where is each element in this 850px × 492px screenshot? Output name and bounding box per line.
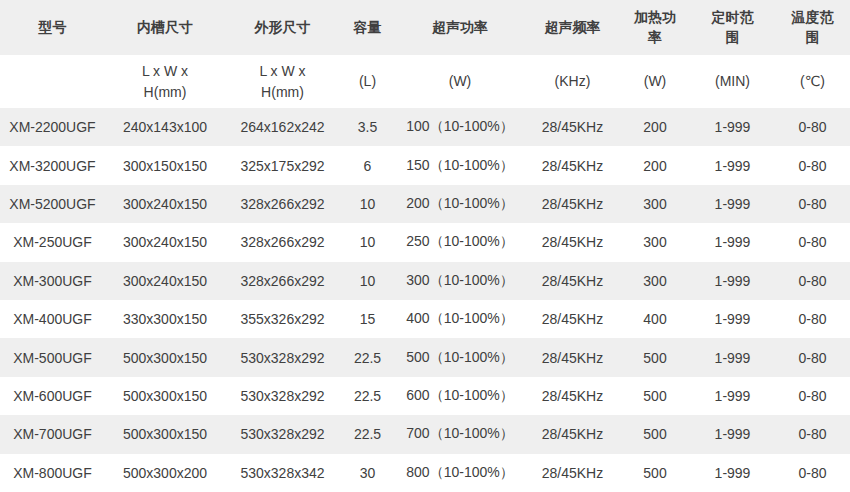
spec-table-body: XM-2200UGF240x143x100264x162x2423.5100（1… xyxy=(0,108,850,492)
cell-ultrasonic-frequency: 28/45KHz xyxy=(525,415,620,453)
cell-ultrasonic-power: 500（10-100%） xyxy=(395,338,525,376)
cell-timer-range: 1-999 xyxy=(690,223,775,261)
cell-ultrasonic-power: 700（10-100%） xyxy=(395,415,525,453)
unit-inner-tank-size: L x W x H(mm) xyxy=(105,55,225,108)
cell-heating-power: 400 xyxy=(620,300,690,338)
spec-table-header: 型号 内槽尺寸 外形尺寸 容量 超声功率 超声频率 加热功 率 定时范 围 温度… xyxy=(0,0,850,108)
table-row: XM-400UGF330x300x150355x326x29215400（10-… xyxy=(0,300,850,338)
cell-ultrasonic-power: 250（10-100%） xyxy=(395,223,525,261)
cell-temperature-range: 0-80 xyxy=(775,223,850,261)
cell-heating-power: 200 xyxy=(620,108,690,146)
cell-model: XM-3200UGF xyxy=(0,146,105,184)
header-inner-tank-size: 内槽尺寸 xyxy=(105,0,225,55)
spec-table: 型号 内槽尺寸 外形尺寸 容量 超声功率 超声频率 加热功 率 定时范 围 温度… xyxy=(0,0,850,492)
header-capacity: 容量 xyxy=(340,0,395,55)
cell-capacity: 22.5 xyxy=(340,377,395,415)
cell-temperature-range: 0-80 xyxy=(775,415,850,453)
cell-temperature-range: 0-80 xyxy=(775,185,850,223)
cell-ultrasonic-power: 300（10-100%） xyxy=(395,262,525,300)
header-heating-power: 加热功 率 xyxy=(620,0,690,55)
unit-ultrasonic-frequency: (KHz) xyxy=(525,55,620,108)
cell-outer-size: 530x328x292 xyxy=(225,415,340,453)
table-row: XM-600UGF500x300x150530x328x29222.5600（1… xyxy=(0,377,850,415)
cell-outer-size: 530x328x292 xyxy=(225,377,340,415)
cell-heating-power: 300 xyxy=(620,223,690,261)
cell-ultrasonic-power: 100（10-100%） xyxy=(395,108,525,146)
cell-ultrasonic-frequency: 28/45KHz xyxy=(525,146,620,184)
cell-timer-range: 1-999 xyxy=(690,415,775,453)
cell-ultrasonic-frequency: 28/45KHz xyxy=(525,108,620,146)
cell-ultrasonic-power: 800（10-100%） xyxy=(395,454,525,492)
cell-heating-power: 500 xyxy=(620,415,690,453)
header-ultrasonic-frequency: 超声频率 xyxy=(525,0,620,55)
cell-capacity: 30 xyxy=(340,454,395,492)
cell-inner-tank-size: 300x240x150 xyxy=(105,223,225,261)
cell-temperature-range: 0-80 xyxy=(775,377,850,415)
header-outer-size: 外形尺寸 xyxy=(225,0,340,55)
cell-inner-tank-size: 500x300x200 xyxy=(105,454,225,492)
cell-model: XM-250UGF xyxy=(0,223,105,261)
cell-temperature-range: 0-80 xyxy=(775,146,850,184)
cell-heating-power: 200 xyxy=(620,146,690,184)
cell-capacity: 3.5 xyxy=(340,108,395,146)
cell-capacity: 22.5 xyxy=(340,338,395,376)
unit-ultrasonic-power: (W) xyxy=(395,55,525,108)
cell-outer-size: 530x328x292 xyxy=(225,338,340,376)
table-row: XM-3200UGF300x150x150325x175x2926150（10-… xyxy=(0,146,850,184)
unit-outer-size: L x W x H(mm) xyxy=(225,55,340,108)
cell-ultrasonic-frequency: 28/45KHz xyxy=(525,377,620,415)
cell-model: XM-800UGF xyxy=(0,454,105,492)
table-row: XM-2200UGF240x143x100264x162x2423.5100（1… xyxy=(0,108,850,146)
cell-ultrasonic-frequency: 28/45KHz xyxy=(525,262,620,300)
cell-inner-tank-size: 500x300x150 xyxy=(105,377,225,415)
cell-model: XM-5200UGF xyxy=(0,185,105,223)
cell-outer-size: 328x266x292 xyxy=(225,185,340,223)
cell-temperature-range: 0-80 xyxy=(775,262,850,300)
cell-ultrasonic-frequency: 28/45KHz xyxy=(525,185,620,223)
cell-inner-tank-size: 300x240x150 xyxy=(105,185,225,223)
cell-inner-tank-size: 300x240x150 xyxy=(105,262,225,300)
cell-ultrasonic-frequency: 28/45KHz xyxy=(525,338,620,376)
cell-ultrasonic-frequency: 28/45KHz xyxy=(525,223,620,261)
units-row: L x W x H(mm) L x W x H(mm) (L) (W) (KHz… xyxy=(0,55,850,108)
header-model: 型号 xyxy=(0,0,105,55)
table-row: XM-700UGF500x300x150530x328x29222.5700（1… xyxy=(0,415,850,453)
cell-timer-range: 1-999 xyxy=(690,146,775,184)
table-row: XM-300UGF300x240x150328x266x29210300（10-… xyxy=(0,262,850,300)
cell-ultrasonic-power: 600（10-100%） xyxy=(395,377,525,415)
unit-heating-power: (W) xyxy=(620,55,690,108)
cell-ultrasonic-power: 150（10-100%） xyxy=(395,146,525,184)
table-row: XM-500UGF500x300x150530x328x29222.5500（1… xyxy=(0,338,850,376)
cell-timer-range: 1-999 xyxy=(690,185,775,223)
cell-inner-tank-size: 330x300x150 xyxy=(105,300,225,338)
table-row: XM-5200UGF300x240x150328x266x29210200（10… xyxy=(0,185,850,223)
cell-heating-power: 300 xyxy=(620,262,690,300)
table-row: XM-800UGF500x300x200530x328x34230800（10-… xyxy=(0,454,850,492)
header-timer-range: 定时范 围 xyxy=(690,0,775,55)
cell-timer-range: 1-999 xyxy=(690,108,775,146)
cell-inner-tank-size: 300x150x150 xyxy=(105,146,225,184)
cell-model: XM-400UGF xyxy=(0,300,105,338)
header-row: 型号 内槽尺寸 外形尺寸 容量 超声功率 超声频率 加热功 率 定时范 围 温度… xyxy=(0,0,850,55)
cell-model: XM-300UGF xyxy=(0,262,105,300)
cell-heating-power: 500 xyxy=(620,454,690,492)
header-temperature-range: 温度范 围 xyxy=(775,0,850,55)
cell-timer-range: 1-999 xyxy=(690,262,775,300)
cell-temperature-range: 0-80 xyxy=(775,454,850,492)
table-row: XM-250UGF300x240x150328x266x29210250（10-… xyxy=(0,223,850,261)
cell-inner-tank-size: 500x300x150 xyxy=(105,415,225,453)
cell-temperature-range: 0-80 xyxy=(775,108,850,146)
cell-outer-size: 325x175x292 xyxy=(225,146,340,184)
cell-capacity: 22.5 xyxy=(340,415,395,453)
unit-model xyxy=(0,55,105,108)
cell-outer-size: 328x266x292 xyxy=(225,262,340,300)
cell-heating-power: 300 xyxy=(620,185,690,223)
cell-capacity: 10 xyxy=(340,262,395,300)
cell-ultrasonic-frequency: 28/45KHz xyxy=(525,300,620,338)
cell-model: XM-2200UGF xyxy=(0,108,105,146)
cell-inner-tank-size: 500x300x150 xyxy=(105,338,225,376)
header-ultrasonic-power: 超声功率 xyxy=(395,0,525,55)
cell-timer-range: 1-999 xyxy=(690,377,775,415)
cell-capacity: 15 xyxy=(340,300,395,338)
cell-capacity: 10 xyxy=(340,185,395,223)
